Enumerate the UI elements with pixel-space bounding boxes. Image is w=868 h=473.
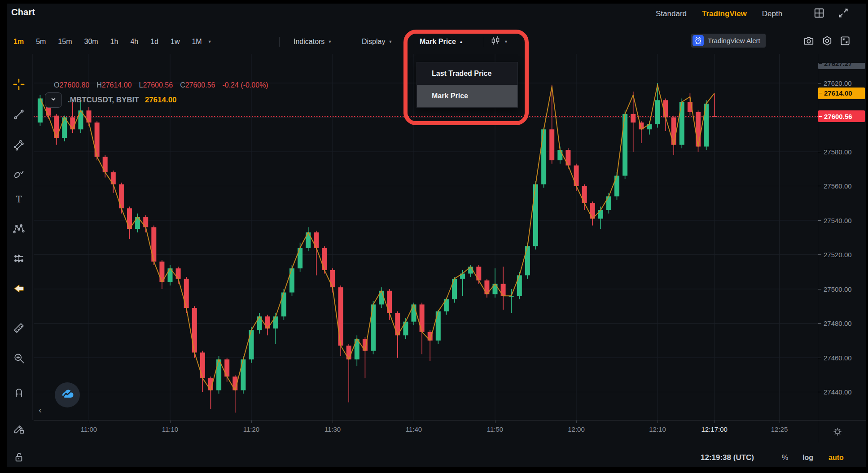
tool-ruler-button[interactable] <box>12 322 26 336</box>
indicators-menu-button[interactable]: Indicators ▼ <box>294 35 332 48</box>
tool-zoom-in-button[interactable] <box>12 352 26 366</box>
axis-corner-border <box>818 420 818 442</box>
timeframe-1d[interactable]: 1d <box>150 38 158 46</box>
session-clock[interactable]: 12:19:38 (UTC) <box>649 453 754 462</box>
tick-dash <box>818 254 821 255</box>
tool-lock-button[interactable] <box>12 451 26 465</box>
candle-body <box>119 184 124 209</box>
tool-drawing-lock-button[interactable] <box>12 422 26 437</box>
timeframe-1w[interactable]: 1w <box>171 38 180 46</box>
chart-logo[interactable] <box>55 382 80 407</box>
time-tick-label[interactable]: 12:10 <box>649 425 666 433</box>
tradingview-alert-button[interactable]: TradingView Alert <box>691 34 766 48</box>
timeframe-15m[interactable]: 15m <box>58 38 72 46</box>
time-tick-label[interactable]: 11:10 <box>162 425 178 433</box>
price-tick: 27480.00 <box>818 320 852 328</box>
ohlc-value: 27614.00 <box>102 81 132 89</box>
timeframe-5m[interactable]: 5m <box>36 38 46 46</box>
candle-body <box>549 129 554 160</box>
chart-mode-depth[interactable]: Depth <box>762 9 782 18</box>
chart-style-dropdown-button[interactable]: ▼ <box>490 35 508 48</box>
menu-item-mark-price[interactable]: Mark Price <box>417 85 517 107</box>
timeframe-1m[interactable]: 1m <box>13 38 24 46</box>
time-tick-label[interactable]: 12:25 <box>771 425 788 433</box>
tick-dash <box>818 289 821 289</box>
time-tick-label[interactable]: 11:20 <box>243 425 259 433</box>
collapse-toolbar-chevron[interactable]: ‹ <box>39 404 42 415</box>
toolbar-separator <box>484 37 484 47</box>
projection-icon <box>13 252 25 267</box>
gear-icon <box>821 35 833 48</box>
last-price-badge: 27600.56 <box>818 110 865 122</box>
brush-icon <box>13 168 25 182</box>
display-menu-button[interactable]: Display ▼ <box>362 35 392 48</box>
time-tick-mark <box>495 420 495 423</box>
price-tick: 27620.00 <box>818 79 852 87</box>
candle-body <box>412 304 416 321</box>
fib-fork-icon <box>13 139 25 153</box>
tool-crosshair-button[interactable] <box>12 78 26 92</box>
current-bar-time-label[interactable]: 12:17:00 <box>701 425 727 433</box>
tool-brush-button[interactable] <box>12 168 26 182</box>
candlestick-chart[interactable] <box>34 54 818 424</box>
expand-button[interactable] <box>837 8 850 20</box>
timeframe-1h[interactable]: 1h <box>110 38 118 46</box>
candle-body <box>298 248 302 268</box>
time-tick-mark <box>333 420 333 423</box>
price-tick-label: 27520.00 <box>824 251 852 258</box>
timeframe-1M[interactable]: 1M <box>192 38 202 46</box>
candle-body <box>224 359 229 377</box>
tool-fib-fork-button[interactable] <box>12 139 26 153</box>
candle-body <box>338 287 343 346</box>
candle-body <box>606 196 611 210</box>
menu-item-last-traded-price[interactable]: Last Traded Price <box>417 62 517 85</box>
time-tick-label[interactable]: 12:00 <box>568 425 585 433</box>
candle-body <box>322 248 327 270</box>
chart-mode-tradingview[interactable]: TradingView <box>702 9 747 18</box>
tool-text-button[interactable]: T <box>12 193 26 208</box>
timeframe-bar: 1m5m15m30m1h4h1d1w1M▼ <box>13 35 212 48</box>
tool-arrow-marker-button[interactable] <box>12 282 26 297</box>
time-tick-label[interactable]: 11:50 <box>487 425 503 433</box>
tool-xabcd-pattern-button[interactable] <box>12 223 26 237</box>
time-axis-border <box>34 420 866 420</box>
ohlc-key: O <box>54 81 59 89</box>
price-tick-label: 27500.00 <box>824 285 852 293</box>
page-title: Chart <box>11 7 35 18</box>
time-tick-label[interactable]: 11:30 <box>324 425 341 433</box>
chart-mode-standard[interactable]: Standard <box>656 9 687 18</box>
tool-magnet-button[interactable] <box>12 386 26 400</box>
tick-dash <box>818 220 821 221</box>
auto-scale-button[interactable]: auto <box>829 454 844 462</box>
tick-dash <box>818 392 821 392</box>
change-value: -0.24 (-0.00%) <box>222 81 268 89</box>
price-axis[interactable]: 27627.27 27614.00 27600.56 27620.0027580… <box>818 63 866 442</box>
ohlc-value: 27600.56 <box>185 81 215 89</box>
chevron-up-icon: ▲ <box>459 39 463 44</box>
layout-grid-button[interactable] <box>812 8 826 20</box>
time-tick-mark <box>414 420 414 423</box>
upper-price-value: 27627.27 <box>824 63 852 67</box>
tool-projection-button[interactable] <box>12 252 26 267</box>
trend-line-icon <box>13 108 25 123</box>
chart-settings-button[interactable] <box>821 35 833 48</box>
percent-scale-button[interactable]: % <box>782 454 788 462</box>
log-scale-button[interactable]: log <box>802 454 813 462</box>
candle-body <box>631 114 636 123</box>
candle-body <box>574 166 579 186</box>
timeframe-30m[interactable]: 30m <box>84 38 98 46</box>
symbol-collapse-button[interactable] <box>45 92 62 108</box>
screenshot-button[interactable] <box>802 35 815 48</box>
time-tick-label[interactable]: 11:00 <box>81 425 97 433</box>
cloud-chart-logo-icon <box>59 386 75 404</box>
time-tick-mark <box>576 420 577 423</box>
magnet-icon <box>13 386 25 400</box>
price-mode-dropdown-button[interactable]: Mark Price ▲ <box>420 35 463 48</box>
candle-body <box>517 275 522 296</box>
axis-settings-button[interactable] <box>830 425 845 440</box>
time-tick-label[interactable]: 11:40 <box>406 425 422 433</box>
fullscreen-button[interactable] <box>839 35 851 48</box>
timeframe-4h[interactable]: 4h <box>130 38 138 46</box>
candle-body <box>696 112 701 147</box>
tool-trend-line-button[interactable] <box>12 108 26 123</box>
